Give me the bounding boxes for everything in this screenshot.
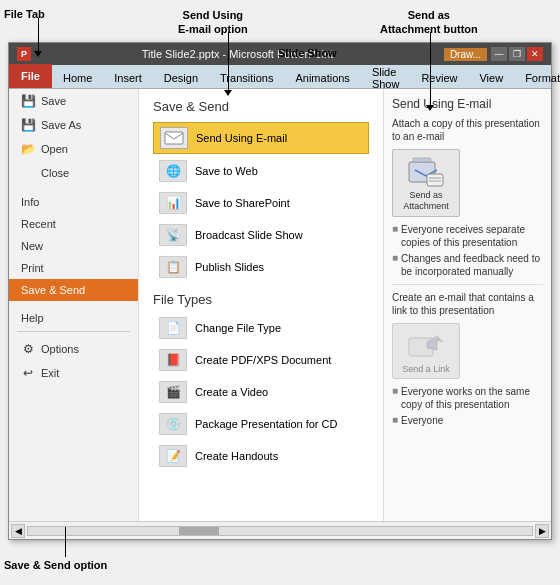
sidebar-item-exit[interactable]: ↩ Exit — [9, 361, 138, 385]
saveas-icon: 💾 — [21, 118, 35, 132]
title-bar-text: Title Slide2.pptx - Microsoft PowerPoint — [31, 48, 444, 60]
send-email-section: Send Using E-mail 🌐 Save to Web 📊 Save t… — [153, 122, 369, 282]
broadcast-icon: 📡 — [159, 224, 187, 246]
attachment-button-label: Send as Attachment — [397, 190, 455, 212]
change-file-type-item[interactable]: 📄 Change File Type — [153, 313, 369, 343]
tab-view[interactable]: View — [468, 66, 514, 88]
svg-rect-3 — [427, 174, 443, 186]
options-icon: ⚙ — [21, 342, 35, 356]
send-as-attachment-button[interactable]: Send as Attachment — [392, 149, 460, 217]
sidebar-item-new[interactable]: New — [9, 235, 138, 257]
publish-icon: 📋 — [159, 256, 187, 278]
attach-arrow-line — [430, 32, 431, 107]
sidebar-item-savesend[interactable]: Save & Send — [9, 279, 138, 301]
save-icon: 💾 — [21, 94, 35, 108]
right-panel: Send Using E-mail Attach a copy of this … — [383, 89, 551, 521]
draw-tab[interactable]: Draw... — [444, 48, 487, 61]
create-handouts-item[interactable]: 📝 Create Handouts — [153, 441, 369, 471]
attach-bullets: ■ Everyone receives separate copies of t… — [392, 223, 543, 278]
svg-rect-2 — [413, 158, 431, 162]
sidebar-item-recent[interactable]: Recent — [9, 213, 138, 235]
sidebar-item-saveas[interactable]: 💾 Save As — [9, 113, 138, 137]
close-button[interactable]: ✕ — [527, 47, 543, 61]
sharepoint-icon: 📊 — [159, 192, 187, 214]
tab-format1[interactable]: Format — [514, 66, 560, 88]
center-panel: Save & Send Send Using E-mail 🌐 Save to … — [139, 89, 383, 521]
save-send-title: Save & Send — [153, 99, 369, 114]
link-bullet1-dot: ■ — [392, 385, 398, 411]
email-icon — [160, 127, 188, 149]
file-types-section: 📄 Change File Type 📕 Create PDF/XPS Docu… — [153, 313, 369, 471]
scroll-thumb[interactable] — [179, 527, 219, 535]
scroll-left-btn[interactable]: ◀ — [11, 524, 25, 538]
bullet1-dot: ■ — [392, 223, 398, 249]
sidebar-item-open[interactable]: 📂 Open — [9, 137, 138, 161]
bullet2-dot: ■ — [392, 252, 398, 278]
link-description: Create an e-mail that contains a link to… — [392, 291, 543, 317]
scroll-track[interactable] — [27, 526, 533, 536]
send-email-item[interactable]: Send Using E-mail — [153, 122, 369, 154]
annotation-send-email: Send UsingE-mail option — [178, 8, 248, 37]
window-controls: — ❐ ✕ — [491, 47, 543, 61]
sidebar: 💾 Save 💾 Save As 📂 Open Close Info — [9, 89, 139, 521]
create-video-item[interactable]: 🎬 Create a Video — [153, 377, 369, 407]
tab-design[interactable]: Design — [153, 66, 209, 88]
cd-icon: 💿 — [159, 413, 187, 435]
tab-home[interactable]: Home — [52, 66, 103, 88]
attachment-button-icon — [405, 154, 447, 190]
broadcast-item[interactable]: 📡 Broadcast Slide Show — [153, 220, 369, 250]
tab-review[interactable]: Review — [410, 66, 468, 88]
tab-animations[interactable]: Animations — [284, 66, 360, 88]
handouts-icon: 📝 — [159, 445, 187, 467]
sidebar-item-print[interactable]: Print — [9, 257, 138, 279]
link-bullet2-dot: ■ — [392, 414, 398, 427]
right-panel-title: Send Using E-mail — [392, 97, 543, 111]
annotation-attachment: Send asAttachment button — [380, 8, 478, 37]
publish-label: Publish Slides — [195, 261, 264, 273]
attach-arrow-head — [426, 105, 434, 111]
tab-transitions[interactable]: Transitions — [209, 66, 284, 88]
create-pdf-item[interactable]: 📕 Create PDF/XPS Document — [153, 345, 369, 375]
restore-button[interactable]: ❐ — [509, 47, 525, 61]
minimize-button[interactable]: — — [491, 47, 507, 61]
file-tab[interactable]: File — [9, 64, 52, 88]
annotation-slide-show: Slide Show — [278, 47, 337, 59]
attach-description: Attach a copy of this presentation to an… — [392, 117, 543, 143]
send-link-button[interactable]: Send a Link — [392, 323, 460, 380]
annotation-save-send: Save & Send option — [4, 559, 107, 571]
send-link-label: Send a Link — [402, 364, 450, 375]
bottom-scrollbar: ◀ ▶ — [9, 521, 551, 539]
package-cd-item[interactable]: 💿 Package Presentation for CD — [153, 409, 369, 439]
web-icon: 🌐 — [159, 160, 187, 182]
sidebar-item-close[interactable]: Close — [9, 161, 138, 185]
sidebar-item-save[interactable]: 💾 Save — [9, 89, 138, 113]
save-sharepoint-label: Save to SharePoint — [195, 197, 290, 209]
link-bullet2-text: Everyone — [401, 414, 443, 427]
file-tab-arrow-line — [38, 18, 39, 53]
bullet1-text: Everyone receives separate copies of thi… — [401, 223, 543, 249]
pdf-icon: 📕 — [159, 349, 187, 371]
sidebar-item-info[interactable]: Info — [9, 191, 138, 213]
save-sharepoint-item[interactable]: 📊 Save to SharePoint — [153, 188, 369, 218]
tab-insert[interactable]: Insert — [103, 66, 153, 88]
file-types-title: File Types — [153, 292, 369, 307]
broadcast-label: Broadcast Slide Show — [195, 229, 303, 241]
sidebar-item-options[interactable]: ⚙ Options — [9, 337, 138, 361]
link-bullet1-text: Everyone works on the same copy of this … — [401, 385, 543, 411]
file-tab-arrow-head — [34, 51, 42, 57]
send-email-arrow-line — [228, 32, 229, 92]
tab-slideshow[interactable]: Slide Show — [361, 66, 411, 88]
send-email-label: Send Using E-mail — [196, 132, 287, 144]
send-email-arrow-head — [224, 90, 232, 96]
bullet2-text: Changes and feedback need to be incorpor… — [401, 252, 543, 278]
publish-item[interactable]: 📋 Publish Slides — [153, 252, 369, 282]
send-link-icon — [405, 328, 447, 364]
svg-rect-0 — [165, 132, 183, 144]
save-to-web-item[interactable]: 🌐 Save to Web — [153, 156, 369, 186]
change-type-label: Change File Type — [195, 322, 281, 334]
cd-label: Package Presentation for CD — [195, 418, 337, 430]
scroll-right-btn[interactable]: ▶ — [535, 524, 549, 538]
sidebar-item-help[interactable]: Help — [9, 307, 138, 329]
save-send-arrow-line — [65, 527, 66, 557]
app-icon: P — [17, 47, 31, 61]
